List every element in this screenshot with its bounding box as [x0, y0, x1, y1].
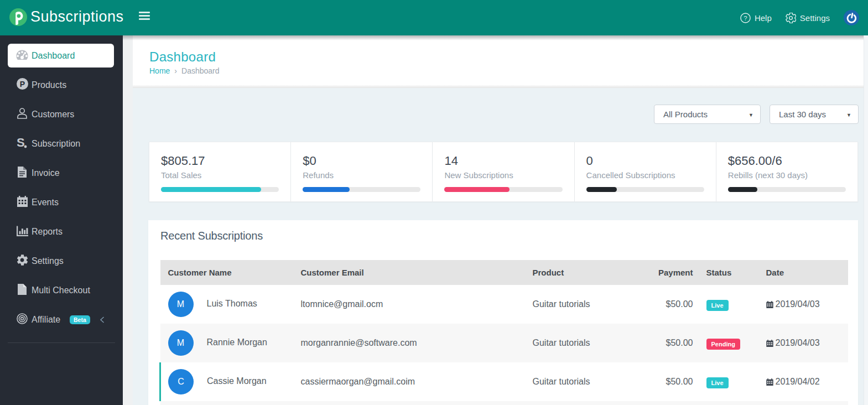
svg-text:?: ? — [744, 14, 747, 21]
svg-text:S: S — [17, 137, 25, 149]
svg-text:P: P — [19, 80, 24, 89]
